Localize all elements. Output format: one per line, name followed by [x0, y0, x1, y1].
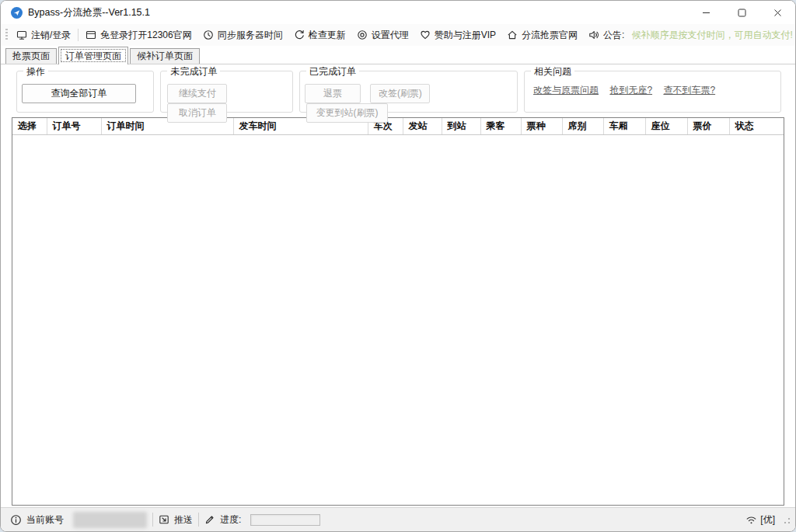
rebook-button[interactable]: 改签(刷票) [370, 84, 430, 103]
monitor-icon [16, 30, 27, 40]
progress-item: 进度: [204, 513, 320, 527]
pencil-icon [204, 514, 215, 525]
tab-order-management[interactable]: 订单管理页面 [58, 47, 128, 64]
wifi-icon [745, 515, 757, 525]
group-completed-orders: 已完成订单 退票 改签(刷票) 变更到站(刷票) [299, 71, 518, 113]
toolbar: 注销/登录 免登录打开12306官网 同步服务器时间 检查更新 设置代理 [1, 24, 795, 46]
link-standing-ticket[interactable]: 抢到无座? [609, 85, 652, 96]
statusbar-right: [优] [745, 513, 791, 527]
network-quality-badge: [优] [760, 513, 775, 527]
group-title: 操作 [23, 65, 48, 78]
group-unfinished-orders: 未完成订单 继续支付 取消订单 [160, 71, 292, 113]
order-management-panel: 操作 查询全部订单 未完成订单 继续支付 取消订单 已完成订单 退票 改签(刷票… [1, 64, 795, 507]
table-header-row: 选择 订单号 订单时间 发车时间 车次 发站 到站 乘客 票种 席别 车厢 座位… [12, 118, 784, 134]
gear-icon [357, 30, 368, 40]
toolbar-item-check-update[interactable]: 检查更新 [288, 26, 351, 44]
column-header-price[interactable]: 票价 [687, 118, 729, 134]
push-icon [159, 514, 169, 525]
tab-waitlist-orders[interactable]: 候补订单页面 [130, 48, 200, 64]
cancel-order-button[interactable]: 取消订单 [167, 103, 227, 123]
toolbar-item-sponsor-vip[interactable]: 赞助与注册VIP [414, 26, 501, 44]
toolbar-label: 注销/登录 [31, 29, 71, 42]
statusbar-separator [198, 513, 199, 527]
push-label: 推送 [174, 513, 193, 527]
maximize-button[interactable] [724, 1, 759, 24]
group-title: 已完成订单 [306, 65, 359, 78]
continue-payment-button[interactable]: 继续支付 [167, 84, 227, 103]
toolbar-label: 设置代理 [372, 29, 409, 42]
column-header-passenger[interactable]: 乘客 [480, 118, 521, 134]
window-controls [688, 1, 795, 24]
column-header-carriage[interactable]: 车厢 [603, 118, 645, 134]
column-header-seat[interactable]: 座位 [645, 118, 687, 134]
toolbar-grip[interactable] [5, 29, 8, 41]
toolbar-item-sync-time[interactable]: 同步服务器时间 [197, 26, 288, 44]
window-title: Bypass-分流抢票--Ver1.15.1 [28, 6, 150, 19]
tab-ticket-page[interactable]: 抢票页面 [5, 48, 57, 64]
resize-grip[interactable] [781, 515, 791, 524]
toolbar-label: 赞助与注册VIP [435, 29, 496, 42]
orders-table: 选择 订单号 订单时间 发车时间 车次 发站 到站 乘客 票种 席别 车厢 座位… [12, 117, 784, 506]
column-header-from-station[interactable]: 发站 [403, 118, 442, 134]
toolbar-item-announcement[interactable]: 公告: [583, 26, 630, 44]
toolbar-label: 检查更新 [309, 29, 346, 42]
change-destination-button[interactable]: 变更到站(刷票) [306, 103, 388, 123]
heart-icon [420, 30, 431, 40]
current-account-label: 当前账号 [26, 513, 64, 527]
push-item[interactable]: 推送 [159, 513, 193, 527]
toolbar-item-proxy-settings[interactable]: 设置代理 [351, 26, 414, 44]
column-header-ticket-type[interactable]: 票种 [521, 118, 562, 134]
refund-button[interactable]: 退票 [305, 84, 361, 103]
toolbar-item-open-12306[interactable]: 免登录打开12306官网 [80, 26, 197, 44]
speaker-icon [588, 30, 599, 40]
current-account-item: 当前账号 [10, 512, 147, 528]
close-button[interactable] [759, 1, 795, 24]
progress-label: 进度: [220, 513, 241, 527]
column-header-status[interactable]: 状态 [729, 118, 784, 134]
clock-icon [203, 30, 214, 40]
link-ticket-not-found[interactable]: 查不到车票? [663, 85, 715, 96]
app-logo-icon [11, 7, 23, 19]
minimize-button[interactable] [688, 1, 724, 24]
query-all-orders-button[interactable]: 查询全部订单 [22, 84, 136, 103]
toolbar-item-official-site[interactable]: 分流抢票官网 [501, 26, 583, 44]
tab-strip: 抢票页面 订单管理页面 候补订单页面 [1, 46, 795, 64]
group-title: 未完成订单 [167, 65, 220, 78]
link-rebook-original-issue[interactable]: 改签与原票问题 [533, 85, 599, 96]
column-header-seat-class[interactable]: 席别 [562, 118, 603, 134]
toolbar-label: 公告: [603, 29, 624, 42]
toolbar-label: 同步服务器时间 [218, 29, 283, 42]
column-header-select[interactable]: 选择 [12, 118, 47, 134]
home-icon [507, 30, 518, 40]
info-icon [10, 514, 22, 526]
group-operation: 操作 查询全部订单 [16, 71, 154, 113]
statusbar-separator [152, 513, 153, 527]
status-bar: 当前账号 推送 进度: [优] [1, 507, 795, 531]
group-title: 相关问题 [531, 65, 574, 78]
group-related-issues: 相关问题 改签与原票问题 抢到无座? 查不到车票? [524, 71, 781, 113]
refresh-icon [294, 30, 305, 40]
action-group-row: 操作 查询全部订单 未完成订单 继续支付 取消订单 已完成订单 退票 改签(刷票… [16, 71, 781, 113]
progress-bar [250, 514, 320, 526]
toolbar-label: 分流抢票官网 [522, 29, 578, 42]
window-icon [86, 30, 96, 40]
toolbar-separator [78, 29, 79, 41]
column-header-order-no[interactable]: 订单号 [47, 118, 101, 134]
toolbar-item-logout-login[interactable]: 注销/登录 [11, 26, 76, 44]
title-bar: Bypass-分流抢票--Ver1.15.1 [1, 1, 795, 24]
app-window: Bypass-分流抢票--Ver1.15.1 注销/登录 [0, 0, 796, 532]
account-redacted-value [73, 512, 147, 528]
announcement-text: 候补顺序是按支付时间，可用自动支付! [630, 29, 792, 42]
toolbar-label: 免登录打开12306官网 [100, 29, 191, 42]
column-header-to-station[interactable]: 到站 [442, 118, 480, 134]
